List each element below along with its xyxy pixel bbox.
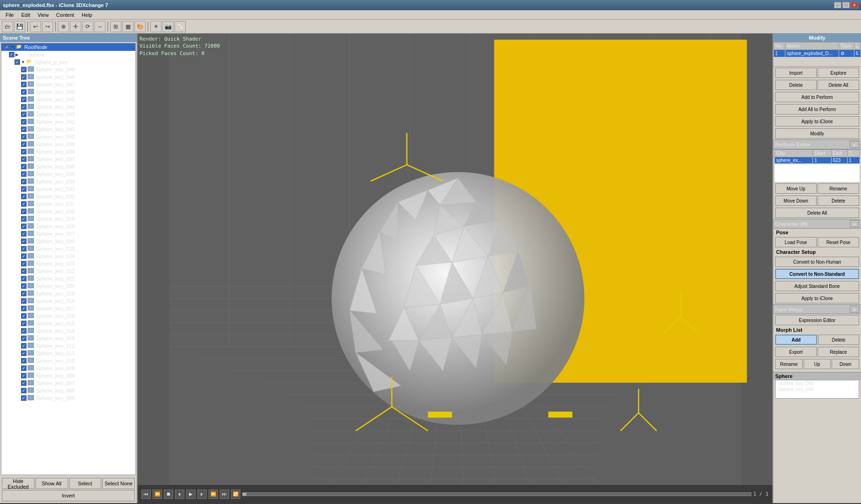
tree-node-key049[interactable]: ✓Sphere_key_049 xyxy=(1,66,135,73)
tree-checkbox[interactable]: ✓ xyxy=(21,104,27,110)
tree-checkbox[interactable]: ✓ xyxy=(21,238,27,244)
move-button[interactable]: ✛ xyxy=(70,21,81,32)
tree-checkbox[interactable]: ✓ xyxy=(21,186,27,192)
tree-node-key036[interactable]: ✓Sphere_key_036 xyxy=(1,163,135,170)
tree-checkbox[interactable]: ✓ xyxy=(21,388,27,393)
timeline-thumb[interactable] xyxy=(243,493,246,496)
tree-node-key008[interactable]: ✓Sphere_key_008 xyxy=(1,372,135,379)
character-collapse[interactable]: ▲ xyxy=(850,220,859,227)
tree-checkbox[interactable]: ✓ xyxy=(21,283,27,289)
scene-tree-content[interactable]: ✓ ▼ 📁 RootNode ✓ ▶ ○ Sphere ✓ ▼ 📁 Sphere… xyxy=(1,43,136,475)
delete-all-button[interactable]: Delete All xyxy=(818,80,859,90)
apply-iclone-button[interactable]: Apply to iClone xyxy=(775,116,859,126)
tree-checkbox[interactable]: ✓ xyxy=(21,365,27,371)
tree-node-key041[interactable]: ✓Sphere_key_041 xyxy=(1,126,135,133)
tree-checkbox[interactable]: ✓ xyxy=(21,380,27,386)
viewport[interactable]: Render: Quick Shader Visible Faces Count… xyxy=(138,34,772,503)
tree-node-sphere[interactable]: ✓ ▶ ○ Sphere xyxy=(1,51,135,58)
solid-button[interactable]: ▦ xyxy=(122,21,133,32)
minimize-button[interactable]: ─ xyxy=(834,2,841,8)
tree-checkbox[interactable]: ✓ xyxy=(9,52,14,57)
tree-checkbox[interactable]: ✓ xyxy=(21,134,27,140)
tree-checkbox[interactable]: ✓ xyxy=(21,141,27,147)
tree-node-rootnode[interactable]: ✓ ▼ 📁 RootNode xyxy=(1,43,135,51)
tree-node-key006[interactable]: ✓Sphere_key_006 xyxy=(1,387,135,394)
camera-button[interactable]: 📷 xyxy=(162,21,174,32)
add-morph-button[interactable]: Add xyxy=(775,335,817,345)
tree-node-key047[interactable]: ✓Sphere_key_047 xyxy=(1,81,135,88)
tree-checkbox[interactable]: ✓ xyxy=(21,209,27,214)
apply-iclone-cs-button[interactable]: Apply to iClone xyxy=(775,293,859,303)
move-up-button[interactable]: Move Up xyxy=(775,183,817,194)
tree-node-key029[interactable]: ✓Sphere_key_029 xyxy=(1,215,135,223)
tree-checkbox[interactable]: ✓ xyxy=(21,224,27,229)
delete-button[interactable]: Delete xyxy=(775,80,817,90)
menu-help[interactable]: Help xyxy=(78,11,96,19)
step-back-button[interactable]: ⏪ xyxy=(153,490,162,499)
tree-checkbox[interactable]: ✓ xyxy=(4,44,10,50)
tree-node-key046[interactable]: ✓Sphere_key_046 xyxy=(1,88,135,96)
tree-checkbox[interactable]: ✓ xyxy=(21,336,27,341)
tree-checkbox[interactable]: ✓ xyxy=(21,343,27,349)
convert-non-standard-button[interactable]: Convert to Non-Standard xyxy=(775,269,859,279)
tree-checkbox[interactable]: ✓ xyxy=(21,179,27,184)
up-morph-button[interactable]: Up xyxy=(804,359,831,369)
menu-content[interactable]: Content xyxy=(52,11,78,19)
tree-node-key014[interactable]: ✓Sphere_key_014 xyxy=(1,327,135,335)
adjust-standard-bone-button[interactable]: Adjust Standard Bone xyxy=(775,281,859,291)
texture-button[interactable]: 🎨 xyxy=(134,21,146,32)
tree-checkbox[interactable]: ✓ xyxy=(21,216,27,222)
reset-pose-button[interactable]: Reset Pose xyxy=(818,237,859,247)
goto-start-button[interactable]: ⏮ xyxy=(141,490,151,499)
tree-node-key042[interactable]: ✓Sphere_key_042 xyxy=(1,118,135,126)
tree-checkbox[interactable]: ✓ xyxy=(21,350,27,356)
next-frame-button[interactable]: ⏵ xyxy=(197,490,207,499)
tree-node-sphere-p-key[interactable]: ✓ ▼ 📁 Sphere_p_key xyxy=(1,58,135,66)
select-all-button[interactable]: Select xyxy=(69,478,102,489)
tree-checkbox[interactable]: ✓ xyxy=(21,171,27,177)
show-all-button[interactable]: Show All xyxy=(35,478,68,489)
tree-node-key021[interactable]: ✓Sphere_key_021 xyxy=(1,275,135,282)
tree-node-key012[interactable]: ✓Sphere_key_012 xyxy=(1,342,135,350)
delete-all-pe-button[interactable]: Delete All xyxy=(775,208,859,218)
tree-node-key023[interactable]: ✓Sphere_key_023 xyxy=(1,260,135,267)
play-button[interactable]: ▶ xyxy=(186,490,196,499)
tree-checkbox[interactable]: ✓ xyxy=(21,276,27,281)
delete-morph-button[interactable]: Delete xyxy=(818,335,859,345)
tree-checkbox[interactable]: ✓ xyxy=(21,201,27,207)
face-setup-collapse[interactable]: ▲ xyxy=(850,306,859,313)
modify-button[interactable]: Modify xyxy=(775,128,859,139)
tree-node-key045[interactable]: ✓Sphere_key_045 xyxy=(1,96,135,103)
morph-list-item[interactable]: Sphere_key_049 xyxy=(776,380,859,386)
goto-end-button[interactable]: ⏭ xyxy=(220,490,229,499)
stop-button[interactable]: ⏹ xyxy=(164,490,173,499)
tree-checkbox[interactable]: ✓ xyxy=(21,194,27,199)
menu-view[interactable]: View xyxy=(34,11,53,19)
maximize-button[interactable]: □ xyxy=(842,2,850,8)
tree-node-key028[interactable]: ✓Sphere_key_028 xyxy=(1,223,135,230)
perform-editor-collapse[interactable]: ▲ xyxy=(850,141,859,148)
prev-frame-button[interactable]: ⏴ xyxy=(175,490,184,499)
hide-excluded-button[interactable]: Hide Excluded xyxy=(2,478,35,489)
tree-node-key030[interactable]: ✓Sphere_key_030 xyxy=(1,208,135,215)
loop-button[interactable]: 🔁 xyxy=(231,490,240,499)
perform-row[interactable]: sphere_ex... 1 623 1 xyxy=(775,157,860,164)
tree-node-key020[interactable]: ✓Sphere_key_020 xyxy=(1,282,135,290)
add-to-perform-button[interactable]: Add to Perform xyxy=(775,92,859,102)
rename-pe-button[interactable]: Rename xyxy=(818,183,859,194)
tree-node-key040[interactable]: ✓Sphere_key_040 xyxy=(1,133,135,140)
tree-node-key017[interactable]: ✓Sphere_key_017 xyxy=(1,305,135,312)
wireframe-button[interactable]: ⊞ xyxy=(110,21,121,32)
morph-list-item[interactable]: Sphere_key_048 xyxy=(776,386,859,392)
tree-checkbox[interactable]: ✓ xyxy=(21,261,27,266)
redo-button[interactable]: ↪ xyxy=(42,21,53,32)
tree-checkbox[interactable]: ✓ xyxy=(21,97,27,102)
tree-node-key043[interactable]: ✓Sphere_key_043 xyxy=(1,111,135,118)
light-button[interactable]: ☀ xyxy=(150,21,161,32)
tree-checkbox[interactable]: ✓ xyxy=(21,313,27,319)
tree-node-key022[interactable]: ✓Sphere_key_022 xyxy=(1,267,135,275)
modify-row[interactable]: 1 sphere_exploded_D... ⚙ 6 xyxy=(774,50,861,57)
tree-checkbox[interactable]: ✓ xyxy=(21,231,27,237)
tree-node-key018[interactable]: ✓Sphere_key_018 xyxy=(1,297,135,305)
tree-node-key015[interactable]: ✓Sphere_key_015 xyxy=(1,320,135,327)
